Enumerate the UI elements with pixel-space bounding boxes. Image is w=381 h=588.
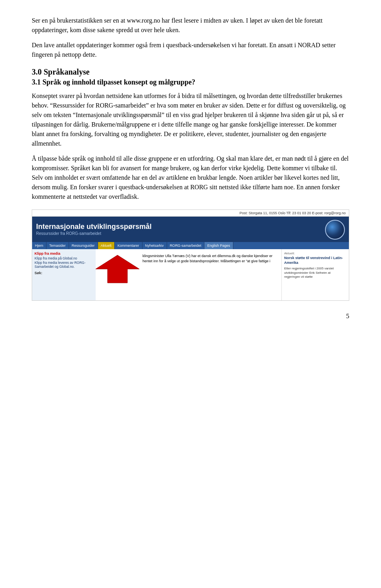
rorg-site-mockup: Post: Storgata 11, 0155 Oslo Tlf: 23 01 … [32,210,349,300]
nav-item-english-pages[interactable]: English Pages [204,242,233,249]
nav-item-rorg-samarbeidet[interactable]: RORG-samarbeidet [167,242,205,249]
nav-item-kommentarer[interactable]: Kommentarer [115,242,142,249]
svg-marker-0 [96,255,139,283]
rorg-topbar: Post: Storgata 11, 0155 Oslo Tlf: 23 01 … [32,210,349,217]
sidebar-link-1[interactable]: Klipp fra media på Global.no [35,256,93,260]
nav-item-aktuelt[interactable]: Aktuelt [98,242,115,249]
aktuelt-body: Etter regjeringsskiftet i 2005 varslet u… [284,267,346,279]
aktuelt-title: Norsk støtte til venstrevind i Latin-Ame… [284,256,346,265]
paragraph-2: Den lave antallet oppdateringer kommer o… [32,40,349,60]
paragraph-1: Ser en på brukerstatistikken ser en at w… [32,16,349,35]
topbar-text: Post: Storgata 11, 0155 Oslo Tlf: 23 01 … [239,211,346,215]
search-label: Søk: [35,271,93,275]
nav-item-ressursguider[interactable]: Ressursguider [69,242,98,249]
rorg-globe-icon [325,220,345,240]
rorg-site-subtitle: Ressurssider fra RORG-samarbeidet [36,231,152,236]
rorg-main-content: klingsminister Ulla Tørnæs (V) har et da… [96,249,281,301]
nav-item-nyhetsarkiv[interactable]: Nyhetsarkiv [142,242,167,249]
paragraph-3: Konseptet svarer på hvordan nettsidene k… [32,91,349,148]
page-number: 5 [32,313,349,320]
screenshot-image: Post: Storgata 11, 0155 Oslo Tlf: 23 01 … [32,209,349,301]
rorg-sidebar: Klipp fra media Klipp fra media på Globa… [32,249,96,301]
rorg-right-column: Aktuelt: Norsk støtte til venstrevind i … [281,249,349,301]
sidebar-title: Klipp fra media [35,252,93,256]
nav-item-hjem[interactable]: Hjem [32,242,46,249]
rorg-site-title: Internasjonale utviklingsspørsmål [36,223,152,231]
paragraph-4: Å tilpasse både språk og innhold til all… [32,154,349,202]
nav-item-temasider[interactable]: Temasider [46,242,69,249]
rorg-body: Klipp fra media Klipp fra media på Globa… [32,249,349,301]
rorg-navbar: Hjem Temasider Ressursguider Aktuelt Kom… [32,242,349,249]
content-area: Ser en på brukerstatistikken ser en at w… [32,16,349,320]
sidebar-link-2[interactable]: Klipp fra media leveres av RORG-Samarbei… [35,261,93,269]
subsection-heading: 3.1 Språk og innhold tilpasset konsept o… [32,78,349,86]
red-arrow-icon [96,253,141,285]
aktuelt-label: Aktuelt: [284,252,346,255]
rorg-header-left: Internasjonale utviklingsspørsmål Ressur… [36,223,152,237]
section-heading: 3.0 Språkanalyse [32,67,349,77]
rorg-header: Internasjonale utviklingsspørsmål Ressur… [32,217,349,242]
